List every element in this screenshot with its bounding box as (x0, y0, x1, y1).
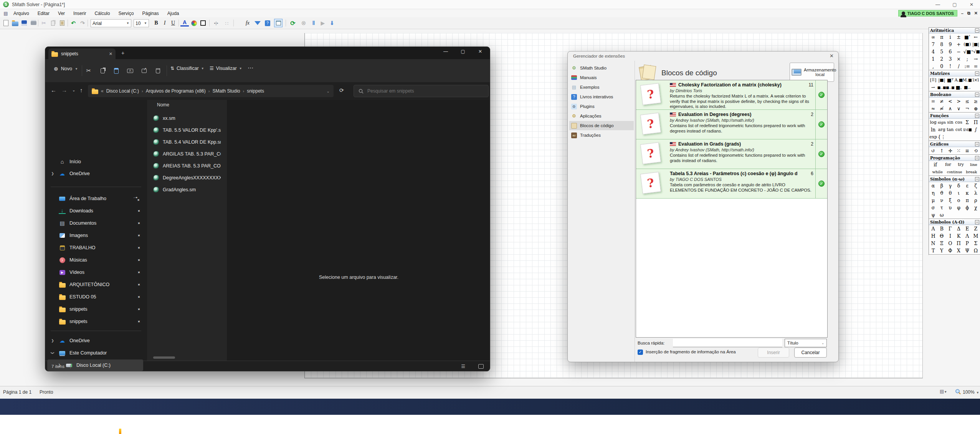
symbol-button[interactable]: σ (929, 204, 937, 211)
symbol-button[interactable]: τ (937, 204, 946, 211)
sidebar-item-videos[interactable]: ▶Vídeos✦ (47, 267, 144, 278)
symbol-button[interactable]: ζ (972, 182, 980, 189)
symbol-button[interactable]: × (954, 55, 963, 63)
symbol-button[interactable]: line (967, 161, 980, 168)
search-input[interactable] (367, 88, 475, 94)
symbol-button[interactable]: ↑ (937, 147, 946, 154)
extension-card-tabela-areias[interactable]: ? Tabela 5.3 Areias - Parâmetros (c) coe… (636, 169, 827, 199)
symbol-button[interactable]: / (954, 63, 963, 70)
recent-locations-icon[interactable]: ⌄ (72, 88, 75, 92)
file-row[interactable]: ARGILAS TAB. 5.3 PAR_COESÃO E (153, 148, 221, 160)
symbol-button[interactable]: K (954, 232, 963, 240)
run-icon[interactable]: ▶ (319, 19, 327, 27)
category-livros-interativos[interactable]: ?Livros interativos (569, 92, 634, 101)
symbol-button[interactable]: for (942, 161, 954, 168)
symbol-button[interactable]: 3 (946, 55, 954, 63)
explorer-close-button[interactable]: ✕ (472, 47, 489, 56)
symbol-button[interactable]: break (963, 168, 980, 176)
details-view-icon[interactable]: ☰ (461, 364, 465, 369)
panel-collapse-button[interactable]: − (975, 71, 979, 76)
category-traducoes[interactable]: azTraduções (569, 131, 634, 140)
insert-fragment-checkbox[interactable]: ✓ (638, 350, 643, 355)
symbol-button[interactable]: α (929, 182, 937, 189)
symbol-button[interactable]: A.■ (954, 76, 963, 84)
font-color-button[interactable]: A (180, 19, 189, 27)
explorer-minimize-button[interactable]: — (437, 47, 454, 56)
new-file-icon[interactable] (2, 19, 10, 27)
explorer-tab-snippets[interactable]: snippets ✕ (48, 48, 116, 59)
symbol-button[interactable]: ο (954, 197, 963, 204)
share-icon[interactable]: ↗ (139, 66, 149, 76)
file-row[interactable]: GradAngles.sm (153, 184, 221, 195)
symbol-button[interactable]: A (929, 225, 937, 232)
smath-close-button[interactable]: ✕ (963, 0, 980, 9)
back-icon[interactable]: ← (51, 87, 56, 93)
symbol-button[interactable]: π (963, 197, 972, 204)
zoom-magnifier-icon[interactable] (955, 389, 961, 396)
refresh-icon[interactable]: ⟳ (339, 87, 344, 93)
bold-button[interactable]: B (152, 19, 160, 27)
symbol-button[interactable]: while (929, 168, 946, 176)
symbol-button[interactable]: γ (946, 182, 954, 189)
symbol-button[interactable]: ρ (972, 197, 980, 204)
symbol-button[interactable]: β (937, 182, 946, 189)
file-row[interactable]: DegreeAnglesXXXXXXXXXXXXXXXX (153, 172, 221, 184)
search-container[interactable] (354, 85, 489, 97)
print-icon[interactable] (29, 19, 38, 27)
symbol-button[interactable]: ≥ (972, 98, 980, 105)
redo-icon[interactable]: ↷ (78, 19, 87, 27)
symbol-button[interactable]: Π (972, 119, 980, 126)
sidebar-item-imagens[interactable]: Imagens✦ (47, 230, 144, 241)
doc-minimize-button[interactable]: – (961, 11, 963, 16)
symbol-button[interactable]: → (972, 55, 980, 63)
panel-collapse-button[interactable]: − (975, 114, 979, 118)
symbol-button[interactable]: d/d■ (963, 126, 972, 133)
symbol-button[interactable]: |■| (972, 41, 980, 48)
zoom-caret-icon[interactable]: ▼ (976, 391, 979, 394)
explorer-maximize-button[interactable]: ▢ (454, 47, 471, 56)
panel-collapse-button[interactable]: − (975, 220, 979, 224)
extension-card-degrees[interactable]: ? Evaluation in Degrees (degrees) 2 by A… (636, 110, 827, 139)
recalculate-icon[interactable]: ⟳ (289, 19, 297, 27)
symbol-button[interactable]: φ (954, 204, 963, 211)
address-dropdown-icon[interactable]: ⌄ (327, 89, 330, 93)
symbol-button[interactable]: try (955, 161, 967, 168)
sidebar-item-downloads[interactable]: ↓Downloads✦ (47, 205, 144, 217)
symbol-button[interactable]: H (929, 232, 937, 240)
symbol-button[interactable]: N (929, 240, 937, 247)
pause-icon[interactable]: ‖ (309, 19, 318, 27)
panel-collapse-button[interactable]: − (975, 142, 979, 146)
symbol-button[interactable]: ε (963, 182, 972, 189)
menu-servico[interactable]: Serviço (114, 9, 138, 17)
panel-collapse-button[interactable]: − (975, 177, 979, 181)
menu-inserir[interactable]: Inserir (69, 9, 90, 17)
rename-icon[interactable]: A (125, 66, 135, 76)
symbol-button[interactable]: π (937, 33, 946, 41)
filter-icon[interactable] (253, 19, 262, 27)
function-button[interactable]: fx (243, 19, 252, 27)
symbol-button[interactable]: ī×ī (972, 76, 980, 84)
sidebar-item-snippets-1[interactable]: snippets✦ (47, 303, 144, 315)
symbol-button[interactable]: ⁿ√■ (972, 48, 980, 55)
symbol-button[interactable]: ■. (954, 84, 963, 91)
new-button[interactable]: ⊕ Novo▼ (54, 66, 78, 72)
breadcrumb-snippets[interactable]: snippets (247, 88, 264, 94)
tab-close-icon[interactable]: ✕ (109, 51, 112, 56)
symbol-button[interactable]: ψ (929, 211, 937, 219)
breadcrumb-disco-local[interactable]: Disco Local (C:) (106, 88, 139, 94)
symbol-button[interactable]: ϕ (963, 204, 972, 211)
sidebar-item-onedrive[interactable]: ❯☁OneDrive (47, 168, 144, 179)
smath-maximize-button[interactable]: ▢ (946, 0, 963, 9)
symbol-button[interactable]: E (963, 225, 972, 232)
sidebar-item-arquitetonico[interactable]: ARQUITETÔNICO✦ (47, 279, 144, 290)
symbol-button[interactable]: ■ᵀ (946, 76, 954, 84)
symbol-button[interactable]: Z (972, 225, 980, 232)
symbol-button[interactable]: O (946, 240, 954, 247)
symbol-button[interactable]: Θ (937, 232, 946, 240)
symbol-button[interactable]: (■) (963, 41, 972, 48)
symbol-button[interactable]: Ξ (937, 240, 946, 247)
symbol-button[interactable]: η (929, 189, 937, 197)
symbol-button[interactable]: Δ (954, 225, 963, 232)
paste-icon[interactable] (111, 66, 121, 76)
category-smath-studio[interactable]: ⚙SMath Studio (569, 63, 634, 73)
